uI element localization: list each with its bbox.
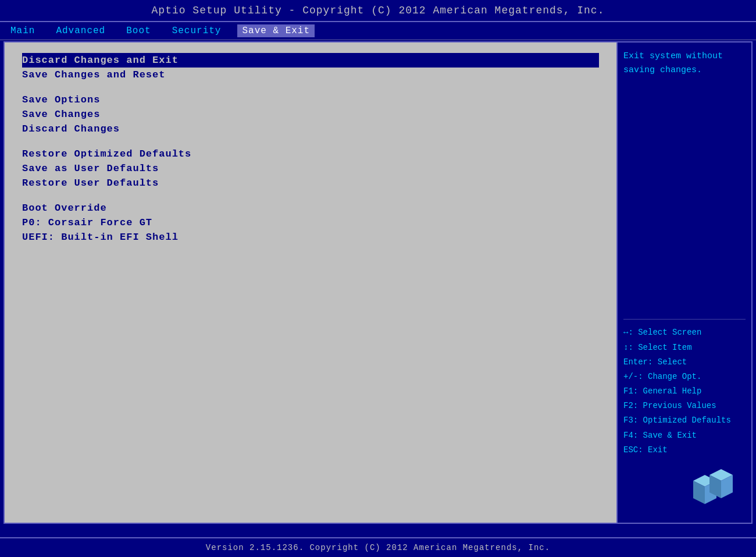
nav-tab-main[interactable]: Main xyxy=(6,24,40,37)
menu-item-discard-changes[interactable]: Discard Changes xyxy=(22,122,599,136)
shortcut-line: F2: Previous Values xyxy=(623,399,746,413)
shortcut-line: Enter: Select xyxy=(623,355,746,370)
shortcut-line: F3: Optimized Defaults xyxy=(623,413,746,428)
shortcut-line: F1: General Help xyxy=(623,384,746,399)
footer-text: Version 2.15.1236. Copyright (C) 2012 Am… xyxy=(206,543,550,552)
menu-section-save-options-header: Save Options xyxy=(22,93,599,107)
menu-item-restore-user-defaults[interactable]: Restore User Defaults xyxy=(22,176,599,190)
nav-tab-advanced[interactable]: Advanced xyxy=(51,24,110,37)
shortcut-line: ↔: Select Screen xyxy=(623,325,746,340)
header-title: Aptio Setup Utility - Copyright (C) 2012… xyxy=(0,0,756,22)
navigation-tabs: MainAdvancedBootSecuritySave & Exit xyxy=(0,22,756,40)
menu-item-restore-defaults[interactable]: Restore Optimized Defaults xyxy=(22,147,599,161)
menu-item-save-reset[interactable]: Save Changes and Reset xyxy=(22,68,599,82)
main-content-area: Discard Changes and ExitSave Changes and… xyxy=(3,41,753,524)
menu-item-uefi-shell[interactable]: UEFI: Built-in EFI Shell xyxy=(22,230,599,244)
help-description: Exit system without saving changes. xyxy=(623,49,746,77)
left-menu-panel: Discard Changes and ExitSave Changes and… xyxy=(5,42,618,523)
header-title-text: Aptio Setup Utility - Copyright (C) 2012… xyxy=(152,5,605,16)
shortcut-line: ESC: Exit xyxy=(623,443,746,457)
nav-tab-save-exit[interactable]: Save & Exit xyxy=(237,24,315,37)
shortcut-line: +/-: Change Opt. xyxy=(623,370,746,384)
menu-spacer-spacer2 xyxy=(22,136,599,147)
panel-divider xyxy=(623,319,746,320)
right-help-panel: Exit system without saving changes. ↔: S… xyxy=(618,42,751,523)
ami-logo-icon xyxy=(693,463,746,516)
ami-logo-area xyxy=(623,457,746,516)
menu-spacer-spacer3 xyxy=(22,190,599,201)
footer-bar: Version 2.15.1236. Copyright (C) 2012 Am… xyxy=(0,537,756,557)
menu-item-save-changes[interactable]: Save Changes xyxy=(22,107,599,122)
menu-item-discard-exit[interactable]: Discard Changes and Exit xyxy=(22,53,599,68)
menu-item-save-user-defaults[interactable]: Save as User Defaults xyxy=(22,161,599,176)
menu-section-boot-override-header: Boot Override xyxy=(22,201,599,215)
menu-spacer-spacer1 xyxy=(22,82,599,93)
nav-tab-security[interactable]: Security xyxy=(167,24,226,37)
shortcut-line: F4: Save & Exit xyxy=(623,428,746,443)
nav-tab-boot[interactable]: Boot xyxy=(122,24,155,37)
shortcut-keys-section: ↔: Select Screen↕: Select ItemEnter: Sel… xyxy=(623,325,746,457)
menu-item-p0-corsair[interactable]: P0: Corsair Force GT xyxy=(22,215,599,230)
shortcut-line: ↕: Select Item xyxy=(623,340,746,355)
